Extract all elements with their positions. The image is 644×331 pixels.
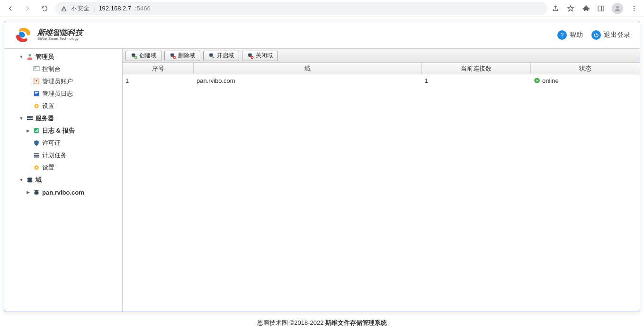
collapse-icon[interactable]: ▼ (18, 177, 24, 183)
footer-left: 恩腾技术圈 ©2018-2022 (257, 319, 325, 326)
sidebar-item-label: 设置 (42, 163, 54, 172)
browser-toolbar: 不安全 | 192.168.2.7:5466 (0, 0, 644, 17)
extensions-icon[interactable] (581, 4, 590, 13)
menu-icon[interactable] (630, 4, 638, 13)
column-header-seq[interactable]: 序号 (123, 63, 194, 74)
svg-point-27 (27, 180, 33, 182)
svg-rect-17 (35, 131, 36, 132)
footer-right: 斯维文件存储管理系统 (325, 319, 387, 326)
sidebar-item-admin-account[interactable]: 管理员账户 (4, 75, 122, 88)
brand-subtitle: SiWei Smart Technology (37, 36, 83, 41)
delete-domain-button[interactable]: 删除域 (164, 51, 200, 61)
admin-icon (26, 53, 34, 61)
sidebar-item-console[interactable]: 控制台 (4, 63, 122, 75)
svg-point-38 (209, 55, 213, 57)
logout-button[interactable]: 退出登录 (591, 30, 630, 40)
sidebar-item-logs-reports[interactable]: ▶ 日志 & 报告 (4, 125, 122, 137)
sidebar-item-domain[interactable]: ▼ 域 (4, 174, 122, 186)
sidebar-item-server-settings[interactable]: 设置 (4, 161, 122, 174)
sidebar-item-domain-entry[interactable]: ▶ pan.rvibo.com (4, 186, 122, 198)
close-domain-button[interactable]: 关闭域 (242, 51, 278, 61)
table-body: 1 pan.rvibo.com 1 online (123, 74, 640, 312)
forward-button[interactable] (21, 2, 34, 15)
svg-rect-0 (598, 6, 604, 11)
svg-point-6 (28, 54, 31, 56)
svg-point-34 (170, 53, 174, 55)
open-domain-button[interactable]: 开启域 (203, 51, 239, 61)
sidebar-item-admin-log[interactable]: 管理员日志 (4, 88, 122, 100)
create-domain-button[interactable]: 创建域 (125, 51, 161, 61)
svg-point-30 (34, 193, 38, 195)
share-icon[interactable] (551, 4, 560, 13)
page-footer: 恩腾技术圈 ©2018-2022 斯维文件存储管理系统 (0, 316, 644, 330)
sidebar-item-label: pan.rvibo.com (42, 189, 84, 196)
help-button[interactable]: ? 帮助 (557, 30, 583, 40)
back-button[interactable] (4, 2, 17, 15)
svg-point-31 (132, 53, 135, 55)
database-stop-icon (247, 53, 254, 59)
address-bar[interactable]: 不安全 | 192.168.2.7:5466 (55, 2, 547, 15)
svg-rect-8 (34, 68, 36, 69)
database-play-icon (208, 53, 215, 59)
column-header-domain[interactable]: 域 (194, 63, 422, 74)
insecure-label: 不安全 (71, 4, 89, 13)
logout-label: 退出登录 (604, 31, 630, 39)
svg-point-2 (616, 6, 618, 8)
brand-logo-icon (14, 26, 33, 45)
console-icon (33, 65, 40, 73)
sidebar-item-label: 管理员账户 (42, 77, 73, 86)
main-panel: 创建域 删除域 开启域 关闭域 序号 域 当前连接数 (123, 49, 640, 312)
shield-icon (33, 139, 40, 147)
svg-point-37 (209, 53, 213, 55)
sidebar-item-server[interactable]: ▼ 服务器 (4, 112, 122, 125)
column-header-connections[interactable]: 当前连接数 (422, 63, 531, 74)
svg-point-5 (634, 10, 635, 11)
sidebar-item-license[interactable]: 许可证 (4, 137, 122, 149)
sidebar-item-admin-settings[interactable]: 设置 (4, 100, 122, 112)
sidebar-item-label: 服务器 (36, 114, 54, 123)
insecure-icon (61, 5, 67, 12)
column-header-status[interactable]: 状态 (531, 63, 640, 74)
svg-rect-20 (34, 153, 39, 154)
gear-icon (33, 164, 40, 171)
sidebar-item-label: 管理员 (36, 53, 54, 61)
sidebar-item-label: 管理员日志 (42, 89, 73, 98)
table-row[interactable]: 1 pan.rvibo.com 1 online (123, 74, 640, 87)
expand-icon[interactable]: ▶ (25, 189, 31, 195)
button-label: 创建域 (139, 52, 156, 60)
sidebar: ▼ 管理员 控制台 管理员账户 管理员日志 设置 ▼ (4, 49, 123, 312)
svg-point-39 (248, 53, 252, 55)
account-icon (33, 78, 40, 85)
expand-icon[interactable]: ▶ (25, 128, 31, 134)
table-header: 序号 域 当前连接数 状态 (123, 63, 640, 74)
svg-rect-21 (34, 155, 39, 156)
app-window: 斯维智能科技 SiWei Smart Technology ? 帮助 退出登录 … (4, 21, 640, 312)
button-label: 开启域 (217, 52, 234, 60)
sidepanel-icon[interactable] (597, 4, 605, 13)
svg-rect-22 (34, 156, 39, 157)
svg-rect-18 (36, 130, 36, 132)
toolbar: 创建域 删除域 开启域 关闭域 (123, 49, 640, 63)
star-icon[interactable] (566, 4, 575, 13)
profile-avatar[interactable] (612, 3, 623, 14)
domain-icon (26, 176, 34, 184)
help-icon: ? (557, 30, 567, 40)
sidebar-item-tasks[interactable]: 计划任务 (4, 149, 122, 161)
sidebar-item-label: 设置 (42, 102, 54, 110)
task-icon (33, 152, 40, 159)
sidebar-item-label: 域 (36, 176, 42, 184)
domain-icon (33, 188, 40, 196)
svg-point-4 (634, 8, 635, 9)
collapse-icon[interactable]: ▼ (18, 54, 24, 60)
collapse-icon[interactable]: ▼ (18, 116, 24, 121)
brand-title: 斯维智能科技 (37, 29, 83, 36)
svg-rect-7 (34, 67, 39, 71)
svg-rect-15 (27, 119, 33, 120)
sidebar-item-admin[interactable]: ▼ 管理员 (4, 51, 122, 63)
sidebar-item-label: 控制台 (42, 65, 61, 73)
svg-point-13 (36, 105, 37, 107)
log-icon (33, 90, 40, 98)
sidebar-item-label: 计划任务 (42, 151, 67, 160)
reload-button[interactable] (38, 2, 51, 15)
svg-point-3 (634, 6, 635, 7)
